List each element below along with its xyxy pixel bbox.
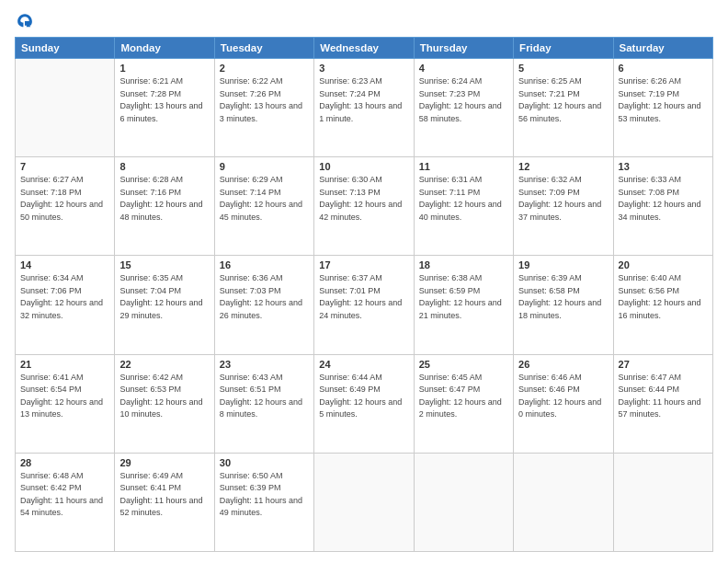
calendar-cell: 11Sunrise: 6:31 AMSunset: 7:11 PMDayligh… <box>414 157 513 256</box>
day-info: Sunrise: 6:23 AMSunset: 7:24 PMDaylight:… <box>319 75 408 125</box>
calendar-cell: 25Sunrise: 6:45 AMSunset: 6:47 PMDayligh… <box>414 354 513 453</box>
day-number: 3 <box>319 63 408 74</box>
calendar-cell: 6Sunrise: 6:26 AMSunset: 7:19 PMDaylight… <box>613 59 712 157</box>
day-number: 17 <box>319 259 408 270</box>
calendar-cell: 15Sunrise: 6:35 AMSunset: 7:04 PMDayligh… <box>115 256 214 354</box>
day-info: Sunrise: 6:21 AMSunset: 7:28 PMDaylight:… <box>119 75 209 125</box>
day-number: 9 <box>220 161 309 172</box>
weekday-header: Friday <box>514 38 613 59</box>
day-number: 29 <box>119 457 209 468</box>
day-info: Sunrise: 6:29 AMSunset: 7:14 PMDaylight:… <box>220 174 309 224</box>
day-number: 25 <box>419 359 508 370</box>
day-info: Sunrise: 6:22 AMSunset: 7:26 PMDaylight:… <box>220 75 309 125</box>
day-info: Sunrise: 6:39 AMSunset: 6:58 PMDaylight:… <box>518 272 608 322</box>
day-info: Sunrise: 6:37 AMSunset: 7:01 PMDaylight:… <box>319 272 408 322</box>
calendar-week-row: 1Sunrise: 6:21 AMSunset: 7:28 PMDaylight… <box>16 59 713 157</box>
calendar-cell <box>16 59 115 157</box>
day-info: Sunrise: 6:31 AMSunset: 7:11 PMDaylight:… <box>419 174 508 224</box>
day-info: Sunrise: 6:34 AMSunset: 7:06 PMDaylight:… <box>20 272 109 322</box>
day-number: 10 <box>319 161 408 172</box>
day-info: Sunrise: 6:43 AMSunset: 6:51 PMDaylight:… <box>220 372 309 421</box>
day-info: Sunrise: 6:49 AMSunset: 6:41 PMDaylight:… <box>119 470 209 520</box>
calendar-cell: 14Sunrise: 6:34 AMSunset: 7:06 PMDayligh… <box>16 256 115 354</box>
calendar-cell: 16Sunrise: 6:36 AMSunset: 7:03 PMDayligh… <box>214 256 313 354</box>
calendar-cell: 17Sunrise: 6:37 AMSunset: 7:01 PMDayligh… <box>314 256 414 354</box>
calendar-cell: 30Sunrise: 6:50 AMSunset: 6:39 PMDayligh… <box>214 453 313 551</box>
weekday-row: SundayMondayTuesdayWednesdayThursdayFrid… <box>16 38 713 59</box>
day-number: 18 <box>419 259 508 270</box>
day-info: Sunrise: 6:36 AMSunset: 7:03 PMDaylight:… <box>220 272 309 322</box>
day-number: 6 <box>619 63 708 74</box>
day-info: Sunrise: 6:42 AMSunset: 6:53 PMDaylight:… <box>119 372 209 421</box>
day-number: 23 <box>220 359 309 370</box>
calendar-cell <box>314 453 414 551</box>
day-info: Sunrise: 6:50 AMSunset: 6:39 PMDaylight:… <box>220 470 309 520</box>
calendar-header: SundayMondayTuesdayWednesdayThursdayFrid… <box>16 38 713 59</box>
day-number: 7 <box>20 161 109 172</box>
calendar-cell: 22Sunrise: 6:42 AMSunset: 6:53 PMDayligh… <box>115 354 214 453</box>
day-number: 19 <box>518 259 608 270</box>
day-info: Sunrise: 6:28 AMSunset: 7:16 PMDaylight:… <box>119 174 209 224</box>
day-info: Sunrise: 6:32 AMSunset: 7:09 PMDaylight:… <box>518 174 608 224</box>
weekday-header: Tuesday <box>214 38 313 59</box>
day-number: 4 <box>419 63 508 74</box>
day-info: Sunrise: 6:27 AMSunset: 7:18 PMDaylight:… <box>20 174 109 224</box>
calendar-cell: 8Sunrise: 6:28 AMSunset: 7:16 PMDaylight… <box>115 157 214 256</box>
day-info: Sunrise: 6:30 AMSunset: 7:13 PMDaylight:… <box>319 174 408 224</box>
day-info: Sunrise: 6:26 AMSunset: 7:19 PMDaylight:… <box>619 75 708 125</box>
day-info: Sunrise: 6:35 AMSunset: 7:04 PMDaylight:… <box>119 272 209 322</box>
calendar-cell: 5Sunrise: 6:25 AMSunset: 7:21 PMDaylight… <box>514 59 613 157</box>
day-number: 5 <box>518 63 608 74</box>
weekday-header: Thursday <box>414 38 513 59</box>
calendar-week-row: 14Sunrise: 6:34 AMSunset: 7:06 PMDayligh… <box>16 256 713 354</box>
calendar-body: 1Sunrise: 6:21 AMSunset: 7:28 PMDaylight… <box>16 59 713 552</box>
calendar-cell: 10Sunrise: 6:30 AMSunset: 7:13 PMDayligh… <box>314 157 414 256</box>
calendar-week-row: 21Sunrise: 6:41 AMSunset: 6:54 PMDayligh… <box>16 354 713 453</box>
day-number: 26 <box>518 359 608 370</box>
day-info: Sunrise: 6:41 AMSunset: 6:54 PMDaylight:… <box>20 372 109 421</box>
day-info: Sunrise: 6:33 AMSunset: 7:08 PMDaylight:… <box>619 174 708 224</box>
logo <box>15 11 37 31</box>
calendar-cell: 29Sunrise: 6:49 AMSunset: 6:41 PMDayligh… <box>115 453 214 551</box>
weekday-header: Sunday <box>16 38 115 59</box>
calendar-cell: 7Sunrise: 6:27 AMSunset: 7:18 PMDaylight… <box>16 157 115 256</box>
calendar-cell: 28Sunrise: 6:48 AMSunset: 6:42 PMDayligh… <box>16 453 115 551</box>
day-number: 22 <box>119 359 209 370</box>
calendar-cell: 4Sunrise: 6:24 AMSunset: 7:23 PMDaylight… <box>414 59 513 157</box>
weekday-header: Wednesday <box>314 38 414 59</box>
day-number: 21 <box>20 359 109 370</box>
day-info: Sunrise: 6:45 AMSunset: 6:47 PMDaylight:… <box>419 372 508 421</box>
calendar-cell: 9Sunrise: 6:29 AMSunset: 7:14 PMDaylight… <box>214 157 313 256</box>
day-info: Sunrise: 6:48 AMSunset: 6:42 PMDaylight:… <box>20 470 109 520</box>
header <box>15 11 713 31</box>
calendar-cell: 2Sunrise: 6:22 AMSunset: 7:26 PMDaylight… <box>214 59 313 157</box>
calendar-cell: 27Sunrise: 6:47 AMSunset: 6:44 PMDayligh… <box>613 354 712 453</box>
logo-icon <box>15 11 35 31</box>
day-number: 2 <box>220 63 309 74</box>
calendar-week-row: 28Sunrise: 6:48 AMSunset: 6:42 PMDayligh… <box>16 453 713 551</box>
day-number: 12 <box>518 161 608 172</box>
calendar-cell: 20Sunrise: 6:40 AMSunset: 6:56 PMDayligh… <box>613 256 712 354</box>
calendar-cell: 1Sunrise: 6:21 AMSunset: 7:28 PMDaylight… <box>115 59 214 157</box>
calendar-cell: 26Sunrise: 6:46 AMSunset: 6:46 PMDayligh… <box>514 354 613 453</box>
calendar-cell: 13Sunrise: 6:33 AMSunset: 7:08 PMDayligh… <box>613 157 712 256</box>
calendar-cell <box>613 453 712 551</box>
day-number: 27 <box>619 359 708 370</box>
day-number: 20 <box>619 259 708 270</box>
day-number: 28 <box>20 457 109 468</box>
day-info: Sunrise: 6:38 AMSunset: 6:59 PMDaylight:… <box>419 272 508 322</box>
day-info: Sunrise: 6:24 AMSunset: 7:23 PMDaylight:… <box>419 75 508 125</box>
day-info: Sunrise: 6:47 AMSunset: 6:44 PMDaylight:… <box>619 372 708 421</box>
calendar-cell: 3Sunrise: 6:23 AMSunset: 7:24 PMDaylight… <box>314 59 414 157</box>
calendar-cell: 21Sunrise: 6:41 AMSunset: 6:54 PMDayligh… <box>16 354 115 453</box>
day-info: Sunrise: 6:46 AMSunset: 6:46 PMDaylight:… <box>518 372 608 421</box>
day-info: Sunrise: 6:25 AMSunset: 7:21 PMDaylight:… <box>518 75 608 125</box>
day-number: 11 <box>419 161 508 172</box>
day-number: 13 <box>619 161 708 172</box>
calendar-cell <box>514 453 613 551</box>
weekday-header: Saturday <box>613 38 712 59</box>
calendar-cell: 18Sunrise: 6:38 AMSunset: 6:59 PMDayligh… <box>414 256 513 354</box>
calendar-cell <box>414 453 513 551</box>
day-number: 15 <box>119 259 209 270</box>
day-info: Sunrise: 6:40 AMSunset: 6:56 PMDaylight:… <box>619 272 708 322</box>
